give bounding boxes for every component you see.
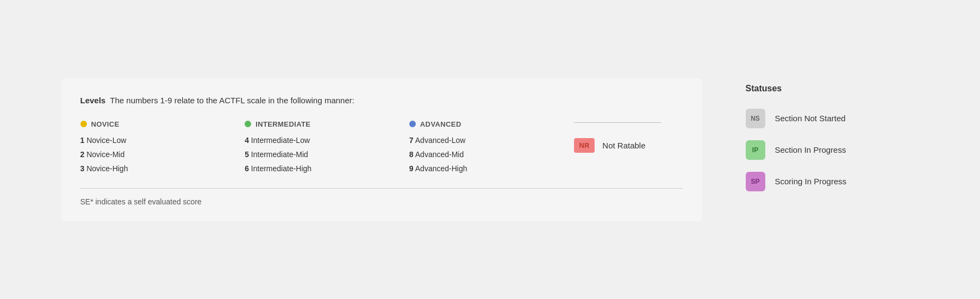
level-item: 3 Novice-High (80, 164, 245, 173)
level-number: 6 (245, 164, 249, 173)
level-name: Novice-Mid (86, 150, 124, 159)
levels-section: Levels The numbers 1-9 relate to the ACT… (61, 78, 702, 221)
level-item: 6 Intermediate-High (245, 164, 409, 173)
advanced-label: ADVANCED (420, 120, 461, 128)
intermediate-label: INTERMEDIATE (255, 120, 310, 128)
footer-text: SE* indicates a self evaluated score (80, 197, 202, 206)
level-number: 9 (409, 164, 414, 173)
level-name: Advanced-High (415, 164, 467, 173)
status-badge-ns: NS (746, 109, 765, 128)
not-ratable-row: NR Not Ratable (574, 138, 646, 153)
novice-dot (80, 121, 87, 127)
level-item: 1 Novice-Low (80, 136, 245, 145)
level-item: 8 Advanced-Mid (409, 150, 574, 159)
statuses-section: Statuses NS Section Not Started IP Secti… (746, 78, 920, 221)
levels-description: The numbers 1-9 relate to the ACTFL scal… (110, 96, 354, 105)
advanced-category: ADVANCED (409, 120, 574, 128)
nr-label: Not Ratable (602, 141, 645, 150)
badge-text-ip: IP (752, 146, 758, 154)
status-item-sp: SP Scoring In Progress (746, 172, 920, 191)
level-name: Intermediate-Low (251, 136, 310, 145)
status-label-sp: Scoring In Progress (775, 177, 847, 186)
level-name: Advanced-Low (415, 136, 466, 145)
status-item-ip: IP Section In Progress (746, 140, 920, 160)
level-item: 2 Novice-Mid (80, 150, 245, 159)
badge-text-ns: NS (751, 115, 760, 122)
level-name: Intermediate-Mid (251, 150, 308, 159)
status-badge-sp: SP (746, 172, 765, 191)
intermediate-category: INTERMEDIATE (245, 120, 409, 128)
level-name: Novice-Low (86, 136, 126, 145)
levels-header: Levels The numbers 1-9 relate to the ACT… (80, 96, 683, 105)
level-name: Intermediate-High (251, 164, 311, 173)
level-number: 5 (245, 150, 249, 159)
level-item: 5 Intermediate-Mid (245, 150, 409, 159)
level-number: 1 (80, 136, 85, 145)
badge-text-sp: SP (751, 178, 759, 185)
levels-bold-label: Levels (80, 96, 106, 105)
statuses-header: Statuses (746, 84, 920, 94)
divider (574, 122, 661, 123)
level-name: Novice-High (86, 164, 128, 173)
advanced-column: ADVANCED 7 Advanced-Low 8 Advanced-Mid 9… (409, 120, 574, 173)
level-number: 4 (245, 136, 249, 145)
levels-grid: NOVICE 1 Novice-Low 2 Novice-Mid 3 Novic… (80, 120, 683, 173)
novice-column: NOVICE 1 Novice-Low 2 Novice-Mid 3 Novic… (80, 120, 245, 173)
level-item: 4 Intermediate-Low (245, 136, 409, 145)
nr-badge: NR (574, 138, 595, 153)
intermediate-column: INTERMEDIATE 4 Intermediate-Low 5 Interm… (245, 120, 409, 173)
status-item-ns: NS Section Not Started (746, 109, 920, 128)
level-item: 9 Advanced-High (409, 164, 574, 173)
intermediate-items: 4 Intermediate-Low 5 Intermediate-Mid 6 … (245, 136, 409, 173)
main-container: Levels The numbers 1-9 relate to the ACT… (28, 57, 952, 243)
status-list: NS Section Not Started IP Section In Pro… (746, 109, 920, 191)
novice-items: 1 Novice-Low 2 Novice-Mid 3 Novice-High (80, 136, 245, 173)
status-label-ip: Section In Progress (775, 145, 846, 154)
levels-footer: SE* indicates a self evaluated score (80, 188, 683, 206)
level-number: 8 (409, 150, 414, 159)
status-label-ns: Section Not Started (775, 114, 846, 123)
level-number: 2 (80, 150, 85, 159)
advanced-dot (409, 121, 416, 127)
advanced-items: 7 Advanced-Low 8 Advanced-Mid 9 Advanced… (409, 136, 574, 173)
level-item: 7 Advanced-Low (409, 136, 574, 145)
status-badge-ip: IP (746, 140, 765, 160)
novice-label: NOVICE (91, 120, 120, 128)
novice-category: NOVICE (80, 120, 245, 128)
level-number: 7 (409, 136, 414, 145)
not-ratable-column: NR Not Ratable (574, 120, 683, 173)
intermediate-dot (245, 121, 251, 127)
level-name: Advanced-Mid (415, 150, 464, 159)
level-number: 3 (80, 164, 85, 173)
